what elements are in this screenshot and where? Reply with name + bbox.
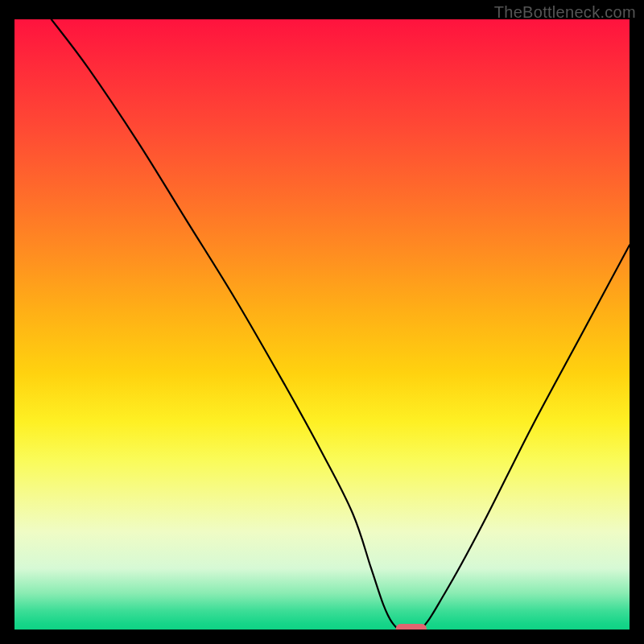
curve-layer — [14, 19, 630, 630]
chart-frame: TheBottleneck.com — [0, 0, 644, 644]
bottleneck-curve-path — [52, 19, 630, 630]
plot-area — [14, 19, 630, 630]
watermark-label: TheBottleneck.com — [494, 3, 636, 22]
optimal-marker — [396, 624, 427, 630]
